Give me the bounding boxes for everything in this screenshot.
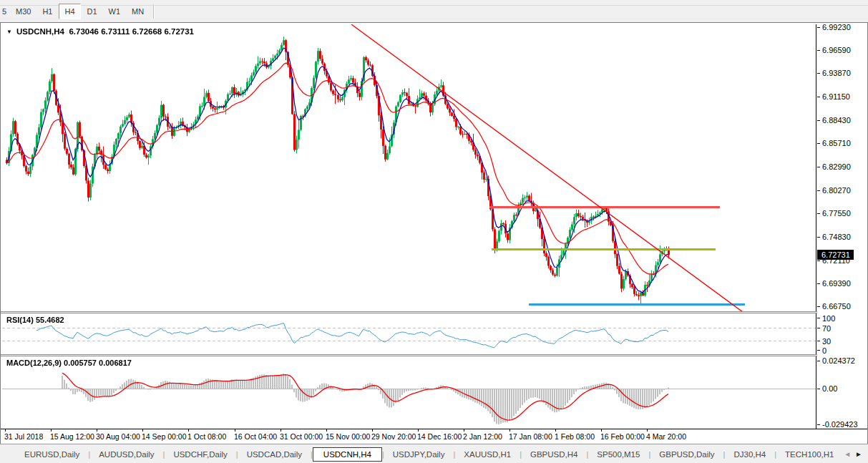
chart-tab-gbpusd-daily[interactable]: GBPUSD,Daily bbox=[650, 448, 723, 461]
time-axis-tick bbox=[601, 429, 602, 432]
time-axis-label: 31 Jul 2018 bbox=[4, 432, 43, 441]
price-axis-label: 6.74830 bbox=[822, 233, 851, 241]
time-axis-label: 30 Aug 04:00 bbox=[96, 432, 140, 441]
chart-symbol-label: USDCNH,H4 bbox=[16, 27, 64, 36]
time-axis-label: 14 Sep 00:00 bbox=[142, 432, 186, 441]
macd-axis-tick bbox=[817, 361, 820, 361]
time-axis-tick bbox=[235, 429, 235, 432]
price-axis-label: 6.82990 bbox=[822, 162, 851, 171]
price-axis-label: 6.96590 bbox=[822, 46, 851, 54]
price-axis-tick bbox=[817, 167, 820, 167]
time-axis-label: 4 Mar 20:00 bbox=[646, 432, 686, 441]
mt4-window: 5M30H1H4D1W1MN ▼USDCNH,H4 6.73046 6.7311… bbox=[0, 0, 868, 463]
chart-tabs: EURUSD,Daily|AUDUSD,Daily|USDCHF,Daily|U… bbox=[0, 444, 841, 463]
time-axis-label: 15 Nov 00:00 bbox=[326, 432, 370, 441]
timeframe-button-w1[interactable]: W1 bbox=[104, 4, 126, 19]
time-axis-label: 31 Oct 00:00 bbox=[280, 432, 323, 441]
price-axis-tick bbox=[817, 190, 820, 191]
price-axis-label: 6.77550 bbox=[822, 209, 851, 218]
chart-tab-audusd-daily[interactable]: AUDUSD,Daily bbox=[90, 448, 162, 461]
symbol-dropdown-arrow-icon[interactable]: ▼ bbox=[6, 29, 12, 35]
chart-tab-dj30-h4[interactable]: DJ30,H4 bbox=[725, 448, 774, 461]
price-axis-tick bbox=[817, 283, 820, 284]
time-axis-tick bbox=[372, 429, 373, 432]
timeframe-button-d1[interactable]: D1 bbox=[82, 4, 102, 19]
chart-window: ▼USDCNH,H4 6.73046 6.73111 6.72668 6.727… bbox=[0, 22, 868, 444]
rsi-label: RSI(14) 55.4682 bbox=[6, 316, 64, 324]
time-axis: 31 Jul 201815 Aug 12:0030 Aug 04:0014 Se… bbox=[1, 429, 867, 444]
rsi-axis-label: 100 bbox=[822, 314, 835, 323]
time-axis-tick bbox=[418, 429, 419, 432]
chart-ohlc-values: 6.73046 6.73111 6.72668 6.72731 bbox=[69, 27, 194, 36]
time-axis-label: 1 Feb 08:00 bbox=[555, 432, 595, 441]
tab-scroll-left-icon[interactable]: ◄ bbox=[844, 451, 851, 458]
time-axis-tick bbox=[5, 429, 6, 432]
price-axis: 6.992306.965906.938706.911506.884306.857… bbox=[817, 23, 867, 429]
chart-tab-usdchf-daily[interactable]: USDCHF,Daily bbox=[165, 448, 235, 461]
chart-tab-usdcnh-h4[interactable]: USDCNH,H4 bbox=[313, 447, 382, 462]
tab-scroll-arrows: ◄ ► bbox=[841, 451, 868, 458]
timeframe-toolbar: 5M30H1H4D1W1MN bbox=[0, 0, 868, 22]
rsi-panel-canvas[interactable] bbox=[2, 313, 816, 354]
chart-tab-usdjpy-daily[interactable]: USDJPY,Daily bbox=[384, 448, 454, 461]
macd-axis-tick bbox=[817, 389, 820, 389]
timeframe-button-5[interactable]: 5 bbox=[1, 4, 9, 19]
time-axis-label: 16 Feb 00:00 bbox=[600, 432, 645, 441]
price-axis-tick bbox=[817, 213, 820, 214]
tab-scroll-right-icon[interactable]: ► bbox=[855, 451, 862, 458]
price-axis-label: 6.99230 bbox=[822, 23, 851, 31]
chart-tabs-bar: EURUSD,Daily|AUDUSD,Daily|USDCHF,Daily|U… bbox=[0, 444, 868, 463]
time-axis-label: 14 Dec 16:00 bbox=[417, 432, 462, 441]
chart-tab-tech100-h1[interactable]: TECH100,H1 bbox=[776, 448, 841, 461]
time-axis-tick bbox=[188, 429, 189, 432]
price-chart-canvas[interactable] bbox=[2, 24, 816, 311]
toolbar-separator bbox=[153, 4, 155, 19]
price-axis-label: 6.85710 bbox=[822, 139, 851, 147]
price-axis-label: 6.80270 bbox=[822, 186, 851, 195]
price-axis-label: 6.66750 bbox=[822, 302, 851, 311]
price-axis-tick bbox=[817, 237, 820, 238]
timeframe-button-mn[interactable]: MN bbox=[127, 4, 149, 19]
chart-tab-gbpusd-h4[interactable]: GBPUSD,H4 bbox=[522, 448, 586, 461]
time-axis-tick bbox=[464, 429, 464, 432]
macd-axis-label: 0.024372 bbox=[822, 356, 855, 365]
rsi-axis-label: 70 bbox=[822, 324, 831, 333]
timeframe-button-h1[interactable]: H1 bbox=[37, 4, 57, 19]
time-axis-tick bbox=[97, 429, 97, 432]
time-axis-tick bbox=[509, 429, 510, 432]
timeframe-button-h4[interactable]: H4 bbox=[59, 4, 80, 19]
price-axis-tick bbox=[817, 27, 820, 28]
macd-axis-label: 0.00 bbox=[822, 384, 837, 393]
rsi-axis-label: 0 bbox=[822, 346, 826, 355]
price-axis-label: 6.93870 bbox=[822, 69, 851, 77]
macd-axis-tick bbox=[817, 424, 820, 425]
time-axis-tick bbox=[281, 429, 281, 432]
rsi-axis-tick bbox=[817, 318, 820, 318]
rsi-axis-label: 30 bbox=[822, 337, 831, 346]
time-axis-tick bbox=[142, 429, 143, 432]
time-axis-label: 1 Oct 08:00 bbox=[187, 432, 226, 441]
time-axis-tick bbox=[647, 429, 648, 432]
chart-tab-sp500-m15[interactable]: SP500,M15 bbox=[588, 448, 648, 461]
macd-label: MACD(12,26,9) 0.005757 0.006817 bbox=[6, 359, 132, 367]
price-axis-tick bbox=[817, 50, 820, 51]
rsi-axis-tick bbox=[817, 341, 820, 341]
chart-tab-usdcad-daily[interactable]: USDCAD,Daily bbox=[238, 448, 311, 461]
time-axis-label: 2 Jan 12:00 bbox=[463, 432, 502, 441]
time-axis-label: 29 Nov 20:00 bbox=[371, 432, 416, 441]
price-axis-tick bbox=[817, 73, 820, 74]
price-axis-tick bbox=[817, 260, 820, 261]
time-axis-label: 17 Jan 08:00 bbox=[509, 432, 552, 441]
time-axis-label: 16 Oct 04:00 bbox=[234, 432, 277, 441]
rsi-axis-tick bbox=[817, 328, 820, 328]
macd-axis-label: -0.029423 bbox=[822, 420, 858, 429]
current-price-tag: 6.72731 bbox=[817, 250, 854, 260]
time-axis-tick bbox=[555, 429, 556, 432]
timeframe-button-m30[interactable]: M30 bbox=[11, 4, 36, 19]
rsi-axis-tick bbox=[817, 350, 820, 351]
time-axis-tick bbox=[326, 429, 327, 432]
chart-tab-eurusd-daily[interactable]: EURUSD,Daily bbox=[16, 448, 88, 461]
price-axis-tick bbox=[817, 97, 820, 97]
chart-tab-xauusd-h1[interactable]: XAUUSD,H1 bbox=[455, 448, 520, 461]
macd-panel-canvas[interactable] bbox=[2, 356, 816, 429]
